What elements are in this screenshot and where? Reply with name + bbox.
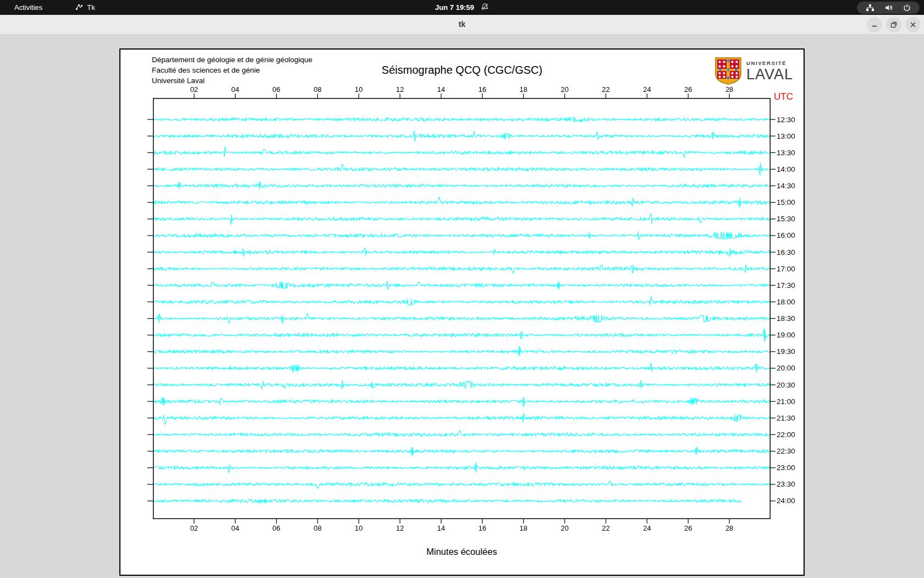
desktop-background: Département de géologie et de génie géol… (0, 35, 924, 578)
utc-time-label: 19:00 (777, 331, 795, 339)
network-icon (866, 4, 875, 12)
utc-time-label: 17:30 (777, 281, 795, 290)
laval-wordmark: UNIVERSITÉ LAVAL (746, 60, 793, 83)
close-button[interactable] (905, 17, 921, 32)
system-status-area[interactable] (857, 2, 920, 14)
institution-line-3: Université Laval (152, 75, 312, 86)
x-tick-label-top: 14 (437, 85, 445, 94)
x-tick-label-top: 18 (520, 85, 527, 94)
utc-time-label: 21:30 (777, 414, 795, 422)
activities-button[interactable]: Activities (10, 2, 47, 13)
utc-time-label: 15:30 (777, 215, 795, 223)
x-tick-label-top: 20 (560, 85, 568, 94)
plot-title: Séismographe QCQ (CGC/GSC) (120, 64, 804, 77)
power-icon (903, 4, 911, 12)
x-tick-label-top: 08 (314, 85, 321, 94)
x-tick-label-bottom: 06 (272, 524, 280, 532)
x-tick-label-bottom: 20 (560, 524, 568, 532)
notifications-muted-icon (481, 3, 489, 13)
utc-time-label: 22:30 (777, 447, 795, 455)
utc-time-label: 16:30 (777, 248, 795, 257)
laval-wordmark-line1: UNIVERSITÉ (746, 60, 793, 66)
utc-time-label: 23:30 (777, 480, 795, 488)
utc-time-label: 22:00 (777, 430, 795, 439)
x-tick-label-bottom: 18 (520, 524, 527, 532)
x-tick-label-bottom: 02 (190, 524, 198, 532)
clock-menu[interactable]: Jun 7 19:59 (435, 3, 489, 13)
restore-button[interactable] (886, 17, 901, 32)
utc-time-label: 19:30 (777, 347, 795, 356)
seismogram-plot: 0202040406060808101012121414161618182020… (153, 98, 771, 519)
minimize-button[interactable] (867, 17, 882, 32)
window-title: tk (0, 20, 924, 29)
utc-time-label: 13:00 (777, 132, 795, 140)
utc-time-label: 18:00 (777, 298, 795, 306)
x-tick-label-bottom: 26 (684, 524, 692, 532)
utc-time-label: 20:00 (777, 364, 795, 372)
x-tick-label-top: 02 (190, 85, 198, 94)
window-title-bar: tk (0, 15, 924, 35)
x-tick-label-top: 22 (602, 85, 609, 94)
laval-crest-icon (714, 57, 742, 87)
x-tick-label-top: 28 (725, 85, 733, 94)
x-tick-label-top: 24 (643, 85, 651, 94)
x-tick-label-bottom: 16 (479, 524, 486, 532)
tk-app-icon (75, 3, 83, 12)
volume-icon (884, 4, 893, 12)
utc-time-label: 13:30 (777, 149, 795, 157)
laval-wordmark-line2: LAVAL (746, 66, 793, 83)
x-tick-label-bottom: 22 (602, 524, 609, 532)
utc-time-label: 24:00 (777, 497, 795, 505)
utc-time-label: 15:00 (777, 198, 795, 206)
utc-time-label: 20:30 (777, 381, 795, 389)
x-tick-label-top: 12 (396, 85, 404, 94)
x-tick-label-top: 16 (479, 85, 486, 94)
x-tick-label-bottom: 24 (643, 524, 651, 532)
app-menu-label: Tk (87, 3, 95, 12)
utc-axis-label: UTC (774, 91, 793, 102)
seismograph-canvas-window: Département de géologie et de génie géol… (119, 48, 805, 576)
utc-time-label: 21:00 (777, 397, 795, 406)
x-tick-label-top: 04 (231, 85, 239, 94)
x-tick-label-top: 26 (684, 85, 692, 94)
x-tick-label-bottom: 12 (396, 524, 404, 532)
plot-frame (153, 99, 771, 519)
x-tick-label-bottom: 14 (437, 524, 445, 532)
x-tick-label-top: 10 (355, 85, 362, 94)
x-tick-label-top: 06 (272, 85, 280, 94)
universite-laval-logo: UNIVERSITÉ LAVAL (714, 57, 793, 87)
utc-time-label: 12:30 (777, 116, 795, 124)
app-menu[interactable]: Tk (75, 3, 95, 12)
utc-time-label: 16:00 (777, 231, 795, 239)
utc-time-label: 23:00 (777, 464, 795, 472)
clock-label: Jun 7 19:59 (435, 3, 474, 12)
x-tick-label-bottom: 08 (314, 524, 321, 532)
plot-axes-svg: 0202040406060808101012121414161618182020… (153, 98, 771, 519)
utc-time-label: 14:00 (777, 165, 795, 173)
utc-time-label: 14:30 (777, 182, 795, 190)
utc-time-label: 18:30 (777, 314, 795, 323)
x-tick-label-bottom: 04 (231, 524, 239, 532)
x-axis-title: Minutes écoulées (153, 547, 771, 557)
x-tick-label-bottom: 10 (355, 524, 362, 532)
gnome-top-bar: Activities Tk Jun 7 19:59 (0, 0, 924, 15)
utc-time-label: 17:00 (777, 265, 795, 273)
x-tick-label-bottom: 28 (725, 524, 733, 532)
